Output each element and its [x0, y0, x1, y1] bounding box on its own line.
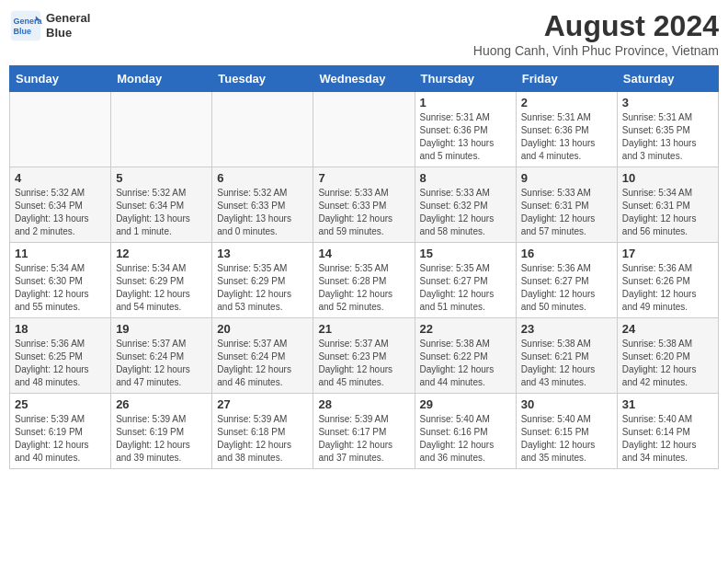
day-number: 5 — [116, 171, 207, 185]
calendar-day-cell: 20Sunrise: 5:37 AM Sunset: 6:24 PM Dayli… — [212, 318, 313, 394]
calendar-day-cell: 8Sunrise: 5:33 AM Sunset: 6:32 PM Daylig… — [415, 167, 516, 243]
calendar-day-cell: 28Sunrise: 5:39 AM Sunset: 6:17 PM Dayli… — [313, 394, 415, 469]
day-info: Sunrise: 5:39 AM Sunset: 6:17 PM Dayligh… — [318, 413, 409, 465]
svg-text:Blue: Blue — [14, 27, 32, 36]
day-info: Sunrise: 5:31 AM Sunset: 6:36 PM Dayligh… — [420, 111, 511, 163]
day-info: Sunrise: 5:34 AM Sunset: 6:31 PM Dayligh… — [622, 187, 713, 238]
day-number: 4 — [15, 171, 106, 185]
day-number: 28 — [318, 397, 409, 411]
calendar-day-cell: 22Sunrise: 5:38 AM Sunset: 6:22 PM Dayli… — [415, 318, 516, 394]
day-info: Sunrise: 5:37 AM Sunset: 6:24 PM Dayligh… — [116, 338, 207, 389]
day-number: 14 — [318, 247, 409, 260]
day-info: Sunrise: 5:31 AM Sunset: 6:35 PM Dayligh… — [622, 111, 713, 163]
calendar-day-cell: 12Sunrise: 5:34 AM Sunset: 6:29 PM Dayli… — [111, 243, 212, 318]
day-number: 26 — [116, 397, 207, 411]
calendar-day-cell — [313, 92, 415, 167]
calendar-day-cell: 1Sunrise: 5:31 AM Sunset: 6:36 PM Daylig… — [415, 92, 516, 167]
calendar-week-row: 4Sunrise: 5:32 AM Sunset: 6:34 PM Daylig… — [10, 167, 719, 243]
calendar-day-cell: 9Sunrise: 5:33 AM Sunset: 6:31 PM Daylig… — [516, 167, 617, 243]
calendar-day-cell: 2Sunrise: 5:31 AM Sunset: 6:36 PM Daylig… — [516, 92, 617, 167]
day-info: Sunrise: 5:36 AM Sunset: 6:27 PM Dayligh… — [521, 262, 612, 314]
calendar-week-row: 25Sunrise: 5:39 AM Sunset: 6:19 PM Dayli… — [10, 394, 719, 469]
calendar-day-cell — [111, 92, 212, 167]
calendar-day-cell: 21Sunrise: 5:37 AM Sunset: 6:23 PM Dayli… — [313, 318, 415, 394]
day-info: Sunrise: 5:34 AM Sunset: 6:29 PM Dayligh… — [116, 262, 207, 314]
day-info: Sunrise: 5:31 AM Sunset: 6:36 PM Dayligh… — [521, 111, 612, 163]
day-number: 13 — [217, 247, 308, 260]
calendar-day-cell: 10Sunrise: 5:34 AM Sunset: 6:31 PM Dayli… — [617, 167, 718, 243]
day-info: Sunrise: 5:39 AM Sunset: 6:19 PM Dayligh… — [116, 413, 207, 465]
weekday-header-monday: Monday — [111, 66, 212, 92]
calendar-day-cell: 5Sunrise: 5:32 AM Sunset: 6:34 PM Daylig… — [111, 167, 212, 243]
day-number: 20 — [217, 322, 308, 336]
day-info: Sunrise: 5:36 AM Sunset: 6:26 PM Dayligh… — [622, 262, 713, 314]
day-info: Sunrise: 5:38 AM Sunset: 6:22 PM Dayligh… — [420, 338, 511, 389]
day-info: Sunrise: 5:33 AM Sunset: 6:33 PM Dayligh… — [318, 187, 409, 238]
weekday-header-thursday: Thursday — [415, 66, 516, 92]
weekday-header-tuesday: Tuesday — [212, 66, 313, 92]
calendar-day-cell: 31Sunrise: 5:40 AM Sunset: 6:14 PM Dayli… — [617, 394, 718, 469]
day-number: 15 — [420, 247, 511, 260]
calendar-day-cell: 29Sunrise: 5:40 AM Sunset: 6:16 PM Dayli… — [415, 394, 516, 469]
calendar-table: SundayMondayTuesdayWednesdayThursdayFrid… — [9, 65, 719, 469]
calendar-day-cell: 27Sunrise: 5:39 AM Sunset: 6:18 PM Dayli… — [212, 394, 313, 469]
day-number: 3 — [622, 96, 713, 109]
calendar-day-cell: 6Sunrise: 5:32 AM Sunset: 6:33 PM Daylig… — [212, 167, 313, 243]
day-number: 10 — [622, 171, 713, 185]
calendar-week-row: 18Sunrise: 5:36 AM Sunset: 6:25 PM Dayli… — [10, 318, 719, 394]
day-info: Sunrise: 5:35 AM Sunset: 6:29 PM Dayligh… — [217, 262, 308, 314]
day-number: 2 — [521, 96, 612, 109]
day-number: 30 — [521, 397, 612, 411]
day-info: Sunrise: 5:32 AM Sunset: 6:34 PM Dayligh… — [116, 187, 207, 238]
weekday-header-row: SundayMondayTuesdayWednesdayThursdayFrid… — [10, 66, 719, 92]
day-number: 19 — [116, 322, 207, 336]
logo: General Blue General Blue — [9, 9, 90, 42]
day-info: Sunrise: 5:33 AM Sunset: 6:31 PM Dayligh… — [521, 187, 612, 238]
day-info: Sunrise: 5:40 AM Sunset: 6:15 PM Dayligh… — [521, 413, 612, 465]
day-info: Sunrise: 5:38 AM Sunset: 6:21 PM Dayligh… — [521, 338, 612, 389]
calendar-week-row: 1Sunrise: 5:31 AM Sunset: 6:36 PM Daylig… — [10, 92, 719, 167]
calendar-day-cell: 19Sunrise: 5:37 AM Sunset: 6:24 PM Dayli… — [111, 318, 212, 394]
calendar-day-cell: 13Sunrise: 5:35 AM Sunset: 6:29 PM Dayli… — [212, 243, 313, 318]
day-info: Sunrise: 5:37 AM Sunset: 6:23 PM Dayligh… — [318, 338, 409, 389]
calendar-day-cell: 25Sunrise: 5:39 AM Sunset: 6:19 PM Dayli… — [10, 394, 111, 469]
weekday-header-sunday: Sunday — [10, 66, 111, 92]
day-number: 8 — [420, 171, 511, 185]
day-number: 29 — [420, 397, 511, 411]
calendar-day-cell: 3Sunrise: 5:31 AM Sunset: 6:35 PM Daylig… — [617, 92, 718, 167]
day-number: 27 — [217, 397, 308, 411]
day-info: Sunrise: 5:32 AM Sunset: 6:33 PM Dayligh… — [217, 187, 308, 238]
day-info: Sunrise: 5:40 AM Sunset: 6:14 PM Dayligh… — [622, 413, 713, 465]
calendar-day-cell: 11Sunrise: 5:34 AM Sunset: 6:30 PM Dayli… — [10, 243, 111, 318]
day-info: Sunrise: 5:40 AM Sunset: 6:16 PM Dayligh… — [420, 413, 511, 465]
weekday-header-friday: Friday — [516, 66, 617, 92]
calendar-day-cell: 30Sunrise: 5:40 AM Sunset: 6:15 PM Dayli… — [516, 394, 617, 469]
day-number: 7 — [318, 171, 409, 185]
day-number: 18 — [15, 322, 106, 336]
day-info: Sunrise: 5:34 AM Sunset: 6:30 PM Dayligh… — [15, 262, 106, 314]
calendar-day-cell: 18Sunrise: 5:36 AM Sunset: 6:25 PM Dayli… — [10, 318, 111, 394]
day-info: Sunrise: 5:38 AM Sunset: 6:20 PM Dayligh… — [622, 338, 713, 389]
day-info: Sunrise: 5:35 AM Sunset: 6:27 PM Dayligh… — [420, 262, 511, 314]
calendar-day-cell: 17Sunrise: 5:36 AM Sunset: 6:26 PM Dayli… — [617, 243, 718, 318]
day-number: 23 — [521, 322, 612, 336]
calendar-day-cell: 15Sunrise: 5:35 AM Sunset: 6:27 PM Dayli… — [415, 243, 516, 318]
calendar-day-cell — [10, 92, 111, 167]
main-title: August 2024 — [473, 9, 719, 43]
day-number: 17 — [622, 247, 713, 260]
weekday-header-wednesday: Wednesday — [313, 66, 415, 92]
logo-text: General Blue — [46, 11, 90, 40]
day-number: 11 — [15, 247, 106, 260]
logo-icon: General Blue — [9, 9, 42, 42]
day-number: 31 — [622, 397, 713, 411]
day-number: 1 — [420, 96, 511, 109]
day-number: 16 — [521, 247, 612, 260]
calendar-day-cell: 23Sunrise: 5:38 AM Sunset: 6:21 PM Dayli… — [516, 318, 617, 394]
day-number: 25 — [15, 397, 106, 411]
day-info: Sunrise: 5:37 AM Sunset: 6:24 PM Dayligh… — [217, 338, 308, 389]
weekday-header-saturday: Saturday — [617, 66, 718, 92]
calendar-day-cell: 4Sunrise: 5:32 AM Sunset: 6:34 PM Daylig… — [10, 167, 111, 243]
calendar-week-row: 11Sunrise: 5:34 AM Sunset: 6:30 PM Dayli… — [10, 243, 719, 318]
day-number: 6 — [217, 171, 308, 185]
page-header: General Blue General Blue August 2024 Hu… — [9, 9, 719, 58]
